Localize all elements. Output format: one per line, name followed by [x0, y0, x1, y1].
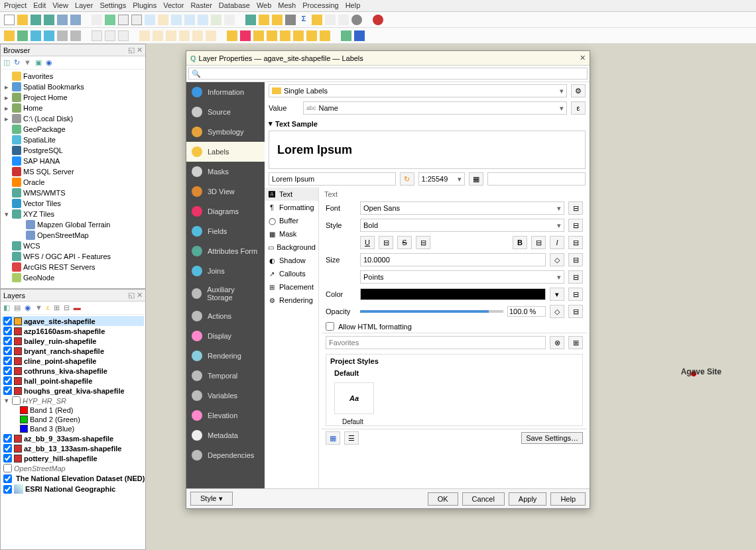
- italic-override-btn[interactable]: ⊟: [568, 236, 583, 249]
- sidebar-item-temporal[interactable]: Temporal: [186, 366, 265, 386]
- menu-plugins[interactable]: Plugins: [133, 1, 157, 10]
- rotate-label-icon[interactable]: [306, 30, 317, 41]
- collapse-all-icon[interactable]: ▣: [35, 58, 42, 67]
- menu-web[interactable]: Web: [257, 1, 271, 10]
- opacity-override-btn[interactable]: ⊟: [568, 305, 583, 318]
- sidebar-item-actions[interactable]: Actions: [186, 306, 265, 326]
- filter-browser-icon[interactable]: ▼: [24, 58, 31, 67]
- layer-item[interactable]: The National Elevation Dataset (NED): [2, 473, 144, 484]
- menu-settings[interactable]: Settings: [99, 1, 126, 10]
- size-unit-dropdown[interactable]: Points▾: [360, 270, 564, 284]
- browser-item[interactable]: Mapzen Global Terrain: [2, 219, 144, 230]
- cancel-button[interactable]: Cancel: [462, 492, 505, 506]
- save-edits-icon[interactable]: [105, 30, 115, 41]
- layer-item[interactable]: cothruns_kiva-shapefile: [2, 366, 144, 376]
- pan-icon[interactable]: [92, 15, 102, 25]
- sub-tab-text[interactable]: 🅰Text: [265, 188, 318, 201]
- font-dropdown[interactable]: Open Sans▾: [360, 201, 564, 215]
- browser-item[interactable]: WCS: [2, 241, 144, 251]
- menu-database[interactable]: Database: [219, 1, 250, 10]
- layer-item[interactable]: azp16160asm-shapefile: [2, 326, 144, 336]
- sidebar-item-fields[interactable]: Fields: [186, 221, 265, 241]
- refresh-browser-icon[interactable]: ↻: [14, 58, 20, 67]
- favorite-style-item[interactable]: Aa: [334, 382, 374, 414]
- sidebar-item-display[interactable]: Display: [186, 326, 265, 346]
- sidebar-item-joins[interactable]: Joins: [186, 261, 265, 281]
- browser-item[interactable]: ▾XYZ Tiles: [2, 209, 144, 219]
- layers-restore-icon[interactable]: ◱: [128, 291, 135, 299]
- browser-item[interactable]: SpatiaLite: [2, 135, 144, 145]
- browser-item[interactable]: ArcGIS REST Servers: [2, 262, 144, 272]
- new-project-icon[interactable]: [4, 15, 15, 25]
- expression-filter-icon[interactable]: ε: [46, 303, 50, 312]
- new-memory-icon[interactable]: [70, 30, 81, 41]
- layer-item[interactable]: az_bb_9_33asm-shapefile: [2, 433, 144, 443]
- view-grid-btn[interactable]: ▦: [326, 431, 340, 445]
- select-value-icon[interactable]: [153, 30, 163, 41]
- layer-item[interactable]: az_bb_13_133asm-shapefile: [2, 443, 144, 453]
- reset-preview-btn[interactable]: ↻: [400, 172, 414, 186]
- sidebar-item-rendering[interactable]: Rendering: [186, 346, 265, 366]
- no-action-icon[interactable]: [373, 15, 383, 25]
- underline-btn[interactable]: U: [360, 236, 375, 249]
- menu-vector[interactable]: Vector: [163, 1, 184, 10]
- style-override-btn[interactable]: ⊟: [568, 219, 583, 232]
- allow-html-checkbox[interactable]: [326, 322, 334, 331]
- browser-close-icon[interactable]: ✕: [137, 46, 143, 54]
- expand-all-icon[interactable]: ⊞: [54, 303, 60, 312]
- text-sample-header[interactable]: ▾ Text Sample: [265, 117, 590, 131]
- layer-checkbox[interactable]: [3, 357, 12, 365]
- layer-item[interactable]: hall_point-shapefile: [2, 376, 144, 386]
- browser-item[interactable]: MS SQL Server: [2, 166, 144, 177]
- toggle-edit-icon[interactable]: [92, 30, 102, 41]
- select-expression-icon[interactable]: [166, 30, 176, 41]
- layer-checkbox[interactable]: [3, 454, 12, 463]
- browser-item[interactable]: WMS/WMTS: [2, 188, 144, 198]
- size-input[interactable]: [360, 253, 546, 266]
- toolbox-icon[interactable]: [285, 15, 296, 25]
- zoom-selection-icon[interactable]: [158, 15, 168, 25]
- color-arrow[interactable]: ▾: [550, 288, 564, 301]
- open-table-icon[interactable]: [259, 15, 269, 25]
- font-override-btn[interactable]: ⊟: [568, 201, 583, 215]
- save-icon[interactable]: [31, 15, 41, 25]
- visibility-toggles-icon[interactable]: ◉: [25, 303, 31, 312]
- remove-layer-icon[interactable]: ▬: [74, 303, 81, 312]
- browser-item[interactable]: ▸C:\ (Local Disk): [2, 113, 144, 124]
- add-group-icon[interactable]: ▤: [14, 303, 21, 312]
- dialog-titlebar[interactable]: Q Layer Properties — agave_site-shapefil…: [186, 51, 590, 66]
- invert-selection-icon[interactable]: [206, 30, 216, 41]
- color-picker[interactable]: [360, 288, 546, 300]
- layer-checkbox[interactable]: [3, 474, 12, 483]
- add-layer-icon[interactable]: ◫: [3, 58, 10, 67]
- python-console-icon[interactable]: [354, 30, 365, 41]
- new-shapefile-icon[interactable]: [31, 30, 41, 41]
- sub-tab-formatting[interactable]: ¶Formatting: [265, 201, 318, 214]
- new-spatialite-icon[interactable]: [44, 30, 54, 41]
- layer-checkbox[interactable]: [3, 317, 12, 325]
- label-mode-dropdown[interactable]: Single Labels▾: [269, 84, 567, 97]
- add-feature-icon[interactable]: [118, 30, 129, 41]
- layer-labeling-icon[interactable]: [227, 30, 237, 41]
- open-folder-icon[interactable]: [17, 15, 28, 25]
- highlight-pin-icon[interactable]: [253, 30, 264, 41]
- move-label-icon[interactable]: [293, 30, 304, 41]
- select-all-icon[interactable]: [192, 30, 203, 41]
- layer-checkbox[interactable]: [3, 347, 12, 355]
- close-icon[interactable]: ✕: [580, 54, 586, 62]
- plugin-icon[interactable]: [341, 30, 351, 41]
- sidebar-item-labels[interactable]: Labels: [186, 142, 265, 162]
- menu-edit[interactable]: Edit: [33, 1, 46, 10]
- sidebar-item-dependencies[interactable]: Dependencies: [186, 445, 265, 465]
- select-features-icon[interactable]: [139, 30, 150, 41]
- layer-item[interactable]: ESRI National Geographic: [2, 484, 144, 494]
- pin-label-icon[interactable]: [267, 30, 277, 41]
- style-dropdown[interactable]: Bold▾: [360, 219, 564, 232]
- sidebar-item-metadata[interactable]: Metadata: [186, 425, 265, 445]
- layer-checkbox[interactable]: [3, 485, 12, 494]
- favorites-search[interactable]: [326, 336, 546, 349]
- sidebar-item-auxiliary-storage[interactable]: Auxiliary Storage: [186, 281, 265, 306]
- italic-btn[interactable]: I: [550, 236, 564, 249]
- filter-legend-icon[interactable]: ▼: [35, 303, 42, 312]
- filter-input[interactable]: [487, 172, 586, 186]
